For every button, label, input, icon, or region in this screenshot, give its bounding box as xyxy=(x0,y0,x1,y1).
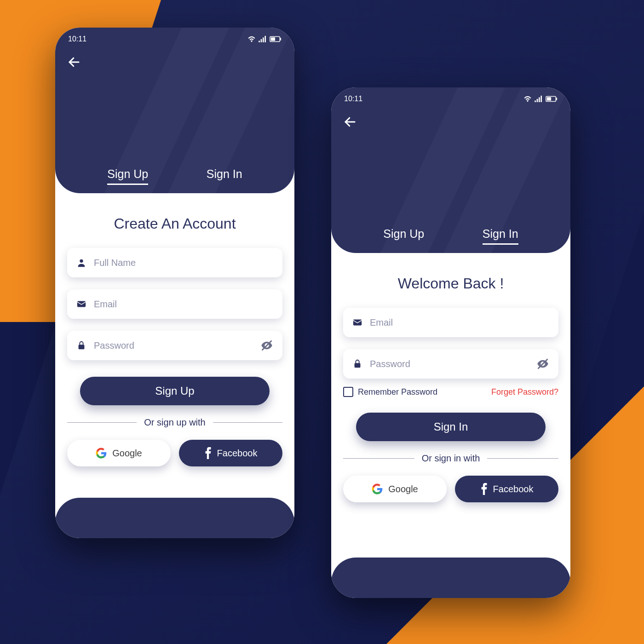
svg-rect-3 xyxy=(264,36,266,42)
forget-password-link[interactable]: Forget Password? xyxy=(491,387,558,397)
svg-rect-1 xyxy=(261,39,262,42)
password-field[interactable] xyxy=(343,349,558,379)
tab-signin[interactable]: Sign In xyxy=(483,227,518,245)
header: Sign Up Sign In xyxy=(55,28,294,193)
svg-rect-2 xyxy=(263,38,264,43)
footer xyxy=(55,498,294,538)
wifi-icon xyxy=(523,96,532,102)
battery-icon xyxy=(270,36,282,42)
svg-rect-21 xyxy=(355,363,361,368)
signal-icon xyxy=(535,96,543,102)
signup-button[interactable]: Sign Up xyxy=(80,377,270,405)
divider-text: Or sign in with xyxy=(422,453,480,464)
svg-rect-15 xyxy=(540,96,542,102)
options-row: Remember Password Forget Password? xyxy=(343,387,558,397)
auth-tabs: Sign Up Sign In xyxy=(331,227,570,245)
mail-icon xyxy=(76,299,86,309)
checkbox-icon xyxy=(343,387,353,397)
google-icon xyxy=(96,448,107,459)
tab-signup[interactable]: Sign Up xyxy=(383,227,424,245)
facebook-label: Facebook xyxy=(493,484,534,494)
svg-rect-17 xyxy=(556,98,557,100)
email-field[interactable] xyxy=(67,289,282,319)
email-input[interactable] xyxy=(370,317,549,328)
password-field[interactable] xyxy=(67,331,282,360)
mail-icon xyxy=(352,317,362,328)
person-icon xyxy=(76,258,86,268)
fullname-input[interactable] xyxy=(94,258,273,268)
signin-button[interactable]: Sign In xyxy=(356,413,546,441)
svg-rect-0 xyxy=(259,41,260,43)
password-input[interactable] xyxy=(94,340,253,351)
arrow-left-icon xyxy=(67,55,81,69)
divider-text: Or sign up with xyxy=(144,417,205,428)
google-button[interactable]: Google xyxy=(343,476,447,502)
status-bar: 10:11 xyxy=(331,92,570,106)
tab-signin[interactable]: Sign In xyxy=(207,167,242,185)
google-label: Google xyxy=(388,484,418,494)
arrow-left-icon xyxy=(343,115,357,129)
wifi-icon xyxy=(247,36,256,42)
back-button[interactable] xyxy=(343,115,357,131)
svg-rect-13 xyxy=(537,99,538,102)
status-icons xyxy=(247,36,282,42)
svg-rect-20 xyxy=(353,320,362,326)
divider: Or sign up with xyxy=(67,417,282,428)
svg-rect-10 xyxy=(79,345,85,349)
svg-rect-6 xyxy=(271,37,275,40)
google-label: Google xyxy=(112,448,142,459)
remember-checkbox[interactable]: Remember Password xyxy=(343,387,437,397)
status-time: 10:11 xyxy=(68,35,86,43)
facebook-button[interactable]: Facebook xyxy=(179,440,282,466)
eye-off-icon[interactable] xyxy=(536,357,549,370)
footer xyxy=(331,558,570,598)
status-bar: 10:11 xyxy=(55,32,294,46)
signin-form: Welcome Back ! Remember Password Forget … xyxy=(331,253,570,558)
status-time: 10:11 xyxy=(344,95,362,103)
facebook-label: Facebook xyxy=(217,448,258,459)
page-title: Welcome Back ! xyxy=(398,275,504,292)
signup-screen: 10:11 Sign Up Sign In Create An Account xyxy=(55,28,294,538)
auth-tabs: Sign Up Sign In xyxy=(55,167,294,185)
status-icons xyxy=(523,96,558,102)
lock-icon xyxy=(76,340,86,351)
lock-icon xyxy=(352,359,362,369)
email-input[interactable] xyxy=(94,299,273,310)
signal-icon xyxy=(259,36,267,42)
google-icon xyxy=(372,483,383,494)
signup-form: Create An Account Sign Up Or sign up wit… xyxy=(55,193,294,498)
facebook-icon xyxy=(204,447,212,459)
svg-rect-18 xyxy=(547,97,551,100)
facebook-button[interactable]: Facebook xyxy=(455,476,558,502)
signin-screen: 10:11 Sign Up Sign In Welcome Back ! xyxy=(331,87,570,598)
svg-point-8 xyxy=(80,259,83,263)
social-row: Google Facebook xyxy=(343,476,558,502)
fullname-field[interactable] xyxy=(67,248,282,277)
battery-icon xyxy=(546,96,558,102)
svg-rect-9 xyxy=(77,301,86,307)
password-input[interactable] xyxy=(370,359,529,369)
facebook-icon xyxy=(480,483,488,495)
social-row: Google Facebook xyxy=(67,440,282,466)
remember-label: Remember Password xyxy=(358,387,437,397)
email-field[interactable] xyxy=(343,308,558,337)
tab-signup[interactable]: Sign Up xyxy=(107,167,148,185)
google-button[interactable]: Google xyxy=(67,440,171,466)
svg-rect-12 xyxy=(535,101,536,103)
svg-rect-5 xyxy=(280,38,281,40)
eye-off-icon[interactable] xyxy=(260,339,273,352)
header: Sign Up Sign In xyxy=(331,87,570,253)
page-title: Create An Account xyxy=(114,215,236,232)
divider: Or sign in with xyxy=(343,453,558,464)
back-button[interactable] xyxy=(67,55,81,71)
svg-rect-14 xyxy=(539,98,540,103)
